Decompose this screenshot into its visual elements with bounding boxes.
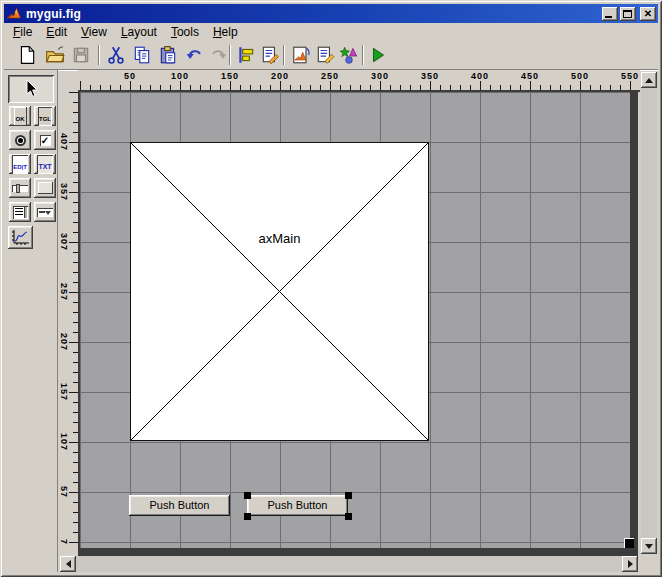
scroll-right-button[interactable] bbox=[622, 556, 638, 572]
listbox-icon bbox=[13, 206, 28, 219]
horizontal-scrollbar[interactable] bbox=[60, 556, 638, 572]
push-button-2-selected[interactable]: Push Button bbox=[247, 495, 348, 516]
ruler-label: 100 bbox=[171, 71, 189, 81]
property-inspector-button[interactable] bbox=[314, 44, 336, 66]
open-figure-button[interactable] bbox=[44, 44, 66, 66]
slider-tool[interactable] bbox=[9, 178, 31, 198]
ruler-label: 407 bbox=[59, 133, 69, 151]
ruler-label: 500 bbox=[571, 71, 589, 81]
figure-resize-handle[interactable] bbox=[624, 538, 634, 548]
close-icon: ✕ bbox=[640, 7, 656, 21]
radio-button-icon bbox=[15, 135, 26, 146]
ruler-label: 300 bbox=[371, 71, 389, 81]
maximize-icon bbox=[623, 10, 632, 18]
frame-icon bbox=[38, 182, 53, 194]
ruler-label: 450 bbox=[521, 71, 539, 81]
checkbox-tool[interactable]: ✓ bbox=[34, 130, 56, 150]
selection-handle-bottom-right[interactable] bbox=[345, 513, 352, 520]
ruler-label: 107 bbox=[59, 433, 69, 451]
down-arrow-icon bbox=[645, 544, 653, 549]
new-file-button[interactable] bbox=[16, 44, 38, 66]
menu-view[interactable]: View bbox=[74, 24, 114, 40]
toolbar bbox=[4, 41, 658, 70]
title-bar[interactable]: mygui.fig ✕ bbox=[4, 4, 658, 23]
checkbox-icon: ✓ bbox=[40, 135, 51, 146]
window-title: mygui.fig bbox=[26, 7, 81, 21]
ruler-label: 257 bbox=[59, 283, 69, 301]
ruler-label: 250 bbox=[321, 71, 339, 81]
menu-file[interactable]: File bbox=[6, 24, 39, 40]
ruler-label: 57 bbox=[59, 486, 69, 498]
redo-button bbox=[207, 44, 229, 66]
minimize-icon bbox=[605, 16, 612, 18]
figure-right-edge bbox=[630, 92, 638, 556]
ruler-horizontal: 50 100 150 200 250 300 350 400 450 500 5… bbox=[78, 70, 640, 90]
save-figure-button bbox=[70, 44, 92, 66]
ruler-label: 50 bbox=[124, 71, 136, 81]
arrow-cursor-icon bbox=[22, 79, 40, 99]
ruler-label: 207 bbox=[59, 333, 69, 351]
ruler-label: 307 bbox=[59, 233, 69, 251]
toolbar-separator bbox=[283, 45, 285, 65]
run-figure-button[interactable] bbox=[368, 44, 390, 66]
slider-icon bbox=[12, 185, 28, 192]
maximize-button[interactable] bbox=[620, 7, 636, 21]
push-button-tool[interactable]: OK bbox=[9, 106, 31, 126]
edit-text-icon: ED|T bbox=[12, 155, 28, 174]
up-arrow-icon bbox=[645, 78, 653, 83]
layout-canvas-viewport: axMain Push Button Push Button bbox=[78, 90, 640, 556]
menu-tools[interactable]: Tools bbox=[164, 24, 206, 40]
scroll-left-button[interactable] bbox=[60, 556, 76, 572]
ruler-vertical: 407 357 307 257 207 157 107 57 7 bbox=[58, 90, 78, 556]
ruler-label: 157 bbox=[59, 383, 69, 401]
scroll-up-button[interactable] bbox=[641, 72, 657, 88]
listbox-tool[interactable] bbox=[9, 202, 31, 222]
toolbar-separator bbox=[229, 45, 231, 65]
object-browser-button[interactable] bbox=[338, 44, 360, 66]
menu-edit[interactable]: Edit bbox=[39, 24, 74, 40]
axes-tag-label: axMain bbox=[131, 231, 428, 246]
mfile-editor-button[interactable] bbox=[290, 44, 312, 66]
scroll-down-button[interactable] bbox=[641, 538, 657, 554]
vertical-scrollbar[interactable] bbox=[641, 72, 657, 554]
toolbar-separator bbox=[362, 45, 364, 65]
selection-handle-bottom-left[interactable] bbox=[244, 513, 251, 520]
toggle-button-icon: TGL bbox=[38, 107, 52, 126]
toggle-button-tool[interactable]: TGL bbox=[34, 106, 56, 126]
push-button-1[interactable]: Push Button bbox=[129, 495, 230, 516]
close-button[interactable]: ✕ bbox=[640, 7, 656, 21]
menu-layout[interactable]: Layout bbox=[114, 24, 164, 40]
matlab-logo-icon bbox=[6, 6, 22, 21]
menu-bar: File Edit View Layout Tools Help bbox=[4, 23, 658, 41]
axes-icon bbox=[11, 229, 30, 246]
paste-button[interactable] bbox=[157, 44, 179, 66]
radio-button-tool[interactable] bbox=[9, 130, 31, 150]
undo-button[interactable] bbox=[184, 44, 206, 66]
ruler-label: 357 bbox=[59, 183, 69, 201]
selection-handle-top-right[interactable] bbox=[345, 492, 352, 499]
edit-text-tool[interactable]: ED|T bbox=[9, 154, 31, 174]
popup-menu-tool[interactable] bbox=[34, 202, 56, 222]
axes-tool[interactable] bbox=[8, 226, 33, 249]
frame-tool[interactable] bbox=[34, 178, 56, 198]
ruler-label: 400 bbox=[471, 71, 489, 81]
minimize-button[interactable] bbox=[602, 7, 618, 21]
ruler-label: 350 bbox=[421, 71, 439, 81]
static-text-tool[interactable]: TXT bbox=[34, 154, 56, 174]
ruler-label: 7 bbox=[59, 539, 69, 545]
cut-button[interactable] bbox=[105, 44, 127, 66]
menu-help[interactable]: Help bbox=[206, 24, 245, 40]
figure-bottom-edge bbox=[80, 548, 638, 556]
window-controls: ✕ bbox=[602, 7, 656, 21]
selection-handle-top-left[interactable] bbox=[244, 492, 251, 499]
popup-menu-icon bbox=[37, 208, 53, 217]
axes-object[interactable]: axMain bbox=[130, 142, 429, 441]
align-objects-button[interactable] bbox=[235, 44, 257, 66]
menu-editor-button[interactable] bbox=[259, 44, 281, 66]
select-arrow-tool[interactable] bbox=[8, 75, 54, 103]
ruler-label: 200 bbox=[271, 71, 289, 81]
right-arrow-icon bbox=[628, 560, 633, 568]
axes-placeholder-cross-icon bbox=[131, 143, 428, 440]
copy-button[interactable] bbox=[131, 44, 153, 66]
component-palette: OK TGL ✓ ED|T TXT bbox=[4, 70, 58, 572]
